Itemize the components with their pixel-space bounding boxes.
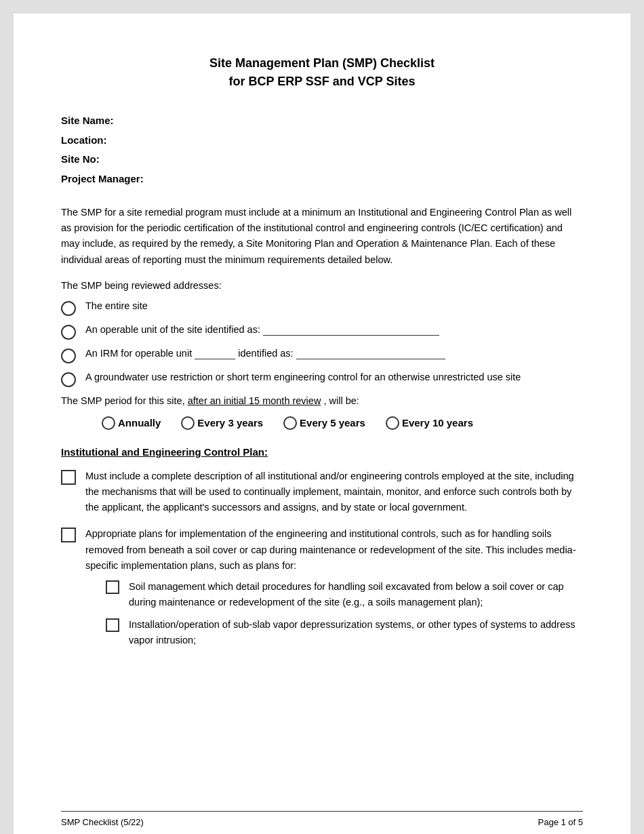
radio-every3[interactable] <box>181 416 195 430</box>
nested-item-2-text: Installation/operation of sub-slab vapor… <box>129 617 583 648</box>
irm-id-field[interactable] <box>296 348 445 359</box>
meta-section: Site Name: Location: Site No: Project Ma… <box>61 111 583 188</box>
checklist-item-2-main: Appropriate plans for implementation of … <box>85 528 576 570</box>
intro-paragraph1: The SMP for a site remedial program must… <box>61 205 583 268</box>
radio-groundwater[interactable] <box>61 372 76 387</box>
smp-addresses-label: The SMP being reviewed addresses: <box>61 280 583 291</box>
radio-irm[interactable] <box>61 349 76 363</box>
location-label: Location: <box>61 131 583 151</box>
nested-item-2: Installation/operation of sub-slab vapor… <box>85 617 583 648</box>
radio-operable-unit[interactable] <box>61 325 76 340</box>
period-options: Annually Every 3 years Every 5 years Eve… <box>61 416 583 430</box>
smp-period-underline: after an initial 15 month review <box>188 395 321 406</box>
radio-item-irm: An IRM for operable unit identified as: <box>61 348 583 363</box>
document-page: Site Management Plan (SMP) Checklist for… <box>14 14 630 834</box>
project-manager-label: Project Manager: <box>61 170 583 189</box>
checklist-item-2: Appropriate plans for implementation of … <box>61 526 583 655</box>
smp-period-suffix: , will be: <box>323 395 359 406</box>
radio-entire-site[interactable] <box>61 301 76 316</box>
smp-radio-options: The entire site An operable unit of the … <box>61 300 583 387</box>
period-every5: Every 5 years <box>283 416 365 430</box>
radio-annually[interactable] <box>102 416 115 430</box>
radio-operable-unit-label: An operable unit of the site identified … <box>85 324 583 336</box>
footer-left: SMP Checklist (5/22) <box>61 817 144 827</box>
period-every3: Every 3 years <box>181 416 263 430</box>
checklist-item-1: Must include a complete description of a… <box>61 469 583 516</box>
irm-unit-field[interactable] <box>195 348 235 359</box>
footer-right: Page 1 of 5 <box>538 817 584 827</box>
title-section: Site Management Plan (SMP) Checklist for… <box>61 54 583 91</box>
period-annually: Annually <box>102 416 161 430</box>
radio-groundwater-label: A groundwater use restriction or short t… <box>85 372 583 382</box>
nested-item-1-text: Soil management which detail procedures … <box>129 579 583 610</box>
radio-irm-label: An IRM for operable unit identified as: <box>85 348 583 359</box>
period-every10-label: Every 10 years <box>402 417 473 429</box>
checkbox-1[interactable] <box>61 470 76 485</box>
operable-unit-field[interactable] <box>263 324 439 336</box>
page-footer: SMP Checklist (5/22) Page 1 of 5 <box>61 811 583 827</box>
iecp-section-header: Institutional and Engineering Control Pl… <box>61 446 583 458</box>
nested-item-1: Soil management which detail procedures … <box>85 579 583 610</box>
title-line2: for BCP ERP SSF and VCP Sites <box>228 75 415 88</box>
period-every5-label: Every 5 years <box>300 417 365 429</box>
radio-every5[interactable] <box>283 416 297 430</box>
period-every10: Every 10 years <box>386 416 473 430</box>
period-every3-label: Every 3 years <box>197 417 263 429</box>
nested-checkbox-2[interactable] <box>106 618 119 632</box>
radio-item-groundwater: A groundwater use restriction or short t… <box>61 372 583 387</box>
radio-every10[interactable] <box>386 416 399 430</box>
title-line1: Site Management Plan (SMP) Checklist <box>209 56 435 70</box>
nested-checkbox-1[interactable] <box>106 580 119 594</box>
radio-item-entire-site: The entire site <box>61 300 583 316</box>
site-no-label: Site No: <box>61 150 583 170</box>
radio-item-operable-unit: An operable unit of the site identified … <box>61 324 583 340</box>
smp-period-text: The SMP period for this site, after an i… <box>61 395 583 406</box>
checkbox-2[interactable] <box>61 528 76 542</box>
checklist-item-1-text: Must include a complete description of a… <box>85 469 583 516</box>
site-name-label: Site Name: <box>61 111 583 131</box>
radio-entire-site-label: The entire site <box>85 300 583 311</box>
smp-period-prefix: The SMP period for this site, <box>61 395 185 406</box>
period-annually-label: Annually <box>118 417 161 429</box>
checklist-item-2-text: Appropriate plans for implementation of … <box>85 526 583 655</box>
